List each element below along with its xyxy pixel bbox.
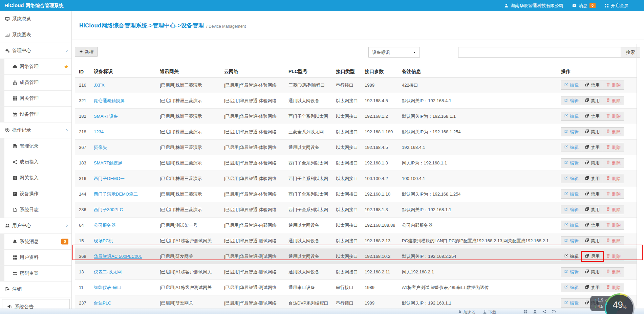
toolbar-accelerator[interactable]: 加速器 (458, 310, 475, 314)
disable-button[interactable]: 禁用 (582, 221, 603, 230)
device-name-link[interactable]: 西门子300PLC (94, 207, 123, 212)
disable-button[interactable]: 禁用 (582, 205, 603, 214)
delete-button[interactable]: 删除 (603, 267, 624, 276)
cell-cloud: [已启用]华辰智通-测试网络 (220, 280, 284, 295)
disable-button[interactable]: 禁用 (582, 174, 603, 183)
cell-plc: 西门子全系列以太网 (284, 171, 332, 186)
sidebar-item-password-reset[interactable]: 密码重置 (0, 266, 71, 282)
sidebar-item-network-mgmt[interactable]: 网络管理 (0, 59, 71, 75)
sidebar-item-system-overview[interactable]: 系统总览 (0, 11, 71, 27)
disable-button[interactable]: 禁用 (582, 267, 603, 276)
sidebar-item-system-charts[interactable]: 系统图表 (0, 27, 71, 43)
device-name-link[interactable]: 台达PLC (94, 300, 111, 306)
messages-menu[interactable]: 消息 0 (572, 3, 596, 9)
device-name-link[interactable]: 西门子DEMO一 (94, 176, 125, 181)
toolbar-download[interactable]: 下载 (483, 310, 496, 314)
disable-button[interactable]: 禁用 (582, 158, 603, 167)
cell-name: 昆仑通泰触摸屏 (90, 93, 156, 109)
edit-button[interactable]: 编辑 (561, 174, 582, 183)
disable-button[interactable]: 禁用 (582, 96, 603, 105)
cell-iface: 以太网接口 (332, 202, 361, 218)
sidebar-item-admin-center[interactable]: 管理中心 (0, 43, 71, 59)
delete-button[interactable]: 删除 (603, 174, 624, 183)
sidebar-item-device-mgmt[interactable]: 设备管理 (0, 107, 71, 122)
sidebar-item-device-ops[interactable]: 设备操作 (0, 186, 71, 202)
add-device-button[interactable]: 新增 (75, 47, 98, 57)
device-name-link[interactable]: 西门子演示DEMO箱二 (94, 192, 138, 197)
filter-select[interactable]: 设备标识 (368, 47, 420, 58)
device-name-link[interactable]: JXFX (94, 83, 105, 88)
disable-button[interactable]: 禁用 (582, 236, 603, 245)
delete-button[interactable]: 删除 (603, 221, 624, 230)
delete-button[interactable]: 删除 (603, 143, 624, 152)
table-header-row: ID设备标识通讯网关云网络PLC型号接口类型接口参数备注信息操作 (75, 66, 637, 77)
user-icon[interactable] (533, 310, 537, 314)
edit-button[interactable]: 编辑 (561, 127, 582, 136)
edit-icon (564, 98, 568, 103)
device-name-link[interactable]: 智能仪表-串口 (94, 285, 122, 290)
device-name-link[interactable]: 现场PC机 (94, 238, 113, 243)
edit-button[interactable]: 编辑 (561, 81, 582, 90)
sidebar-item-member-mgmt[interactable]: 成员管理 (0, 75, 71, 91)
edit-button[interactable]: 编辑 (561, 283, 582, 292)
delete-button[interactable]: 删除 (603, 81, 624, 90)
delete-button[interactable]: 删除 (603, 205, 624, 214)
delete-button[interactable]: 删除 (603, 189, 624, 199)
edit-button[interactable]: 编辑 (561, 252, 582, 261)
enable-button[interactable]: 启用 (582, 252, 603, 261)
sidebar-item-system-messages[interactable]: 系统消息0 (0, 234, 71, 250)
device-name-link[interactable]: 摄像头 (94, 145, 107, 150)
delete-button[interactable]: 删除 (603, 252, 624, 261)
edit-button[interactable]: 编辑 (561, 189, 582, 199)
sidebar-item-user-center[interactable]: 用户中心 (0, 218, 71, 234)
delete-button[interactable]: 删除 (603, 96, 624, 105)
disable-button[interactable]: 禁用 (582, 283, 603, 292)
cell-plc: 三菱FX系列编程口 (284, 77, 332, 93)
th-large-icon[interactable] (523, 310, 528, 314)
edit-button[interactable]: 编辑 (561, 221, 582, 230)
table-row: 144西门子演示DEMO箱二[已启用]株洲三菱演示[已启用]华辰智通-体验网络西… (75, 186, 637, 202)
sidebar-item-gateway-mgmt[interactable]: 网关管理 (0, 91, 71, 107)
cell-param: 192.168.1.10 (361, 186, 398, 202)
edit-button[interactable]: 编辑 (561, 205, 582, 214)
device-name-link[interactable]: SMART设备 (94, 114, 118, 119)
delete-button[interactable]: 删除 (603, 236, 624, 245)
edit-button[interactable]: 编辑 (561, 96, 582, 105)
delete-button[interactable]: 删除 (603, 112, 624, 121)
share-icon[interactable] (542, 310, 546, 314)
cell-cloud: [已启用]华辰智通-体验网络 (220, 186, 284, 202)
edit-button[interactable]: 编辑 (561, 143, 582, 152)
edit-button[interactable]: 编辑 (561, 236, 582, 245)
delete-button[interactable]: 删除 (603, 127, 624, 136)
device-name-link[interactable]: 公司服务器 (94, 223, 116, 228)
search-input[interactable] (458, 47, 621, 58)
search-button[interactable]: 搜索 (621, 47, 640, 58)
disable-button[interactable]: 禁用 (582, 127, 603, 136)
sidebar-item-admin-records[interactable]: 管理记录 (0, 138, 71, 154)
company-menu[interactable]: 湖南华辰智通科技有限公司 (504, 3, 563, 9)
delete-button[interactable]: 删除 (603, 283, 624, 292)
disable-button[interactable]: 禁用 (582, 81, 603, 90)
device-name-link[interactable]: 1234 (94, 129, 104, 134)
edit-button[interactable]: 编辑 (561, 158, 582, 167)
edit-button[interactable]: 编辑 (561, 267, 582, 276)
disable-button[interactable]: 禁用 (582, 189, 603, 199)
trash-icon (606, 176, 610, 181)
device-name-link[interactable]: 昆仑通泰触摸屏 (94, 98, 125, 103)
sidebar-item-logout[interactable]: 注销 (0, 282, 71, 297)
fullscreen-toggle[interactable]: 开启全屏 (604, 3, 628, 9)
edit-button[interactable]: 编辑 (561, 112, 582, 121)
history-icon[interactable] (552, 310, 556, 314)
device-name-link[interactable]: 仪表二-以太网 (94, 269, 122, 274)
sidebar-item-op-records[interactable]: 操作记录 (0, 122, 71, 138)
disable-button[interactable]: 禁用 (582, 112, 603, 121)
disable-button[interactable]: 禁用 (582, 143, 603, 152)
sidebar-item-member-access[interactable]: 成员接入 (0, 154, 71, 170)
device-name-link[interactable]: SMART触摸屏 (94, 160, 122, 165)
delete-button[interactable]: 删除 (603, 158, 624, 167)
sidebar-item-user-profile[interactable]: 用户资料 (0, 250, 71, 266)
edit-button[interactable]: 编辑 (561, 298, 582, 308)
sidebar-item-gateway-access[interactable]: 网关接入 (0, 170, 71, 186)
device-name-link[interactable]: 华辰智通AC 500PLC001 (94, 254, 142, 259)
sidebar-item-system-logs[interactable]: 系统日志 (0, 202, 71, 218)
